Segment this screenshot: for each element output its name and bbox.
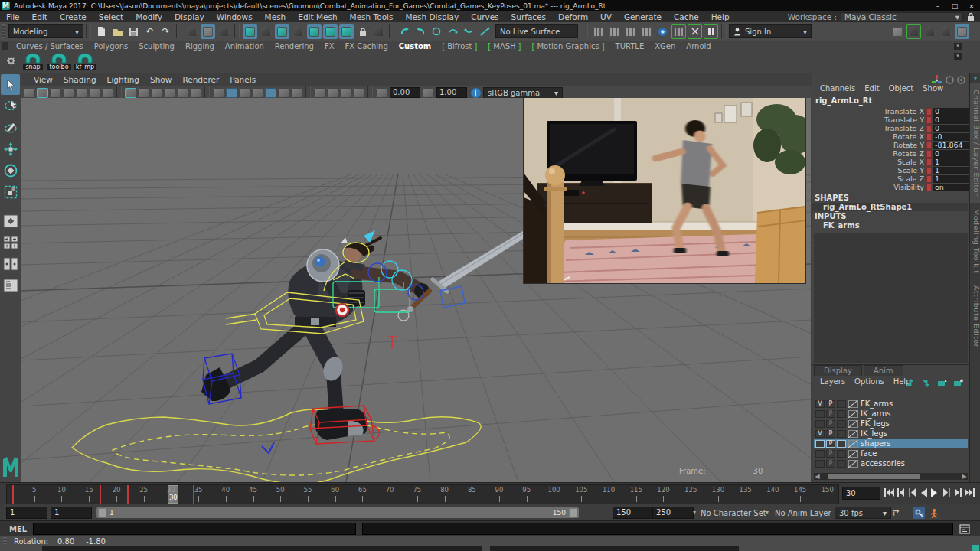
snap-projected-center-icon[interactable] xyxy=(291,24,305,39)
go-to-end-button[interactable] xyxy=(964,486,975,499)
camera-attributes-icon[interactable] xyxy=(50,88,61,98)
range-slider[interactable]: 1 150 xyxy=(96,507,579,518)
time-slider-track[interactable]: 30 5 10 15 20 25 30 35 40 xyxy=(6,484,839,504)
select-hierarchy-icon[interactable] xyxy=(185,24,199,39)
channel-attribute-row[interactable]: Scale Y 1 xyxy=(812,166,969,174)
viewport[interactable]: Frame: 30 xyxy=(21,98,811,482)
current-frame-field[interactable]: 30 xyxy=(842,487,880,500)
textured-icon[interactable] xyxy=(151,88,162,98)
channel-attribute-value[interactable]: 0 xyxy=(933,125,969,132)
menu-item[interactable]: Curves xyxy=(465,12,505,21)
shelf-tab[interactable]: TURTLE xyxy=(610,42,650,51)
layer-color-swatch[interactable] xyxy=(848,460,858,468)
animation-end-field[interactable]: 250 xyxy=(652,507,694,519)
shaded-icon[interactable] xyxy=(138,88,149,98)
multisample-icon[interactable] xyxy=(291,88,302,98)
channel-attribute-row[interactable]: Rotate Z 0 xyxy=(812,149,969,158)
channel-attribute-value[interactable]: -81.864 xyxy=(933,142,969,149)
move-layer-down-icon[interactable] xyxy=(921,379,931,387)
panel-menu-item[interactable]: Renderer xyxy=(177,75,224,84)
workspace-dropdown[interactable]: Maya Classic▾ xyxy=(841,12,963,22)
channel-attribute-value[interactable]: 0 xyxy=(933,150,969,158)
menu-item[interactable]: Cache xyxy=(668,12,705,21)
history-icon[interactable] xyxy=(430,24,444,39)
ipr-render-icon[interactable] xyxy=(623,24,638,39)
channel-attribute-value[interactable]: 1 xyxy=(933,158,969,166)
viewport-2-icon[interactable] xyxy=(190,88,201,98)
shelf-tab[interactable]: Curves / Surfaces xyxy=(11,42,89,51)
shelf-tab[interactable]: Polygons xyxy=(89,42,134,51)
shelf-tab[interactable]: FX Caching xyxy=(340,42,394,51)
select-tool[interactable] xyxy=(1,74,20,95)
move-layer-up-icon[interactable] xyxy=(905,379,915,387)
layer-display-type-toggle[interactable] xyxy=(837,460,846,468)
default-material-icon[interactable] xyxy=(213,88,224,98)
channel-box-menu-item[interactable]: Edit xyxy=(860,84,884,93)
playback-start-field[interactable]: 1 xyxy=(51,507,92,519)
snap-magnet-icon[interactable] xyxy=(339,24,354,39)
toggle-channel-box-icon[interactable] xyxy=(955,24,969,39)
channel-attribute-row[interactable]: Rotate Y -81.864 xyxy=(812,141,969,149)
select-camera-icon[interactable] xyxy=(24,88,35,98)
shelf-tab[interactable]: MASH xyxy=(482,42,526,51)
help-line-grip[interactable] xyxy=(3,537,7,544)
layer-row[interactable]: P shapers xyxy=(814,439,968,448)
save-scene-icon[interactable] xyxy=(126,24,141,39)
pause-viewport-icon[interactable] xyxy=(704,24,718,39)
scroll-right-arrow[interactable]: ▶ xyxy=(961,473,968,480)
shelf-tab[interactable]: Rigging xyxy=(180,42,220,51)
exposure-icon[interactable] xyxy=(376,88,387,98)
step-back-key-button[interactable] xyxy=(906,486,917,499)
snap-grid-icon[interactable] xyxy=(243,24,257,39)
isolate-select-icon[interactable] xyxy=(314,88,325,98)
chevron-down-icon[interactable]: ▾ xyxy=(764,509,770,516)
shelf-menu-button[interactable]: ▾ xyxy=(954,43,962,50)
animation-preferences-icon[interactable] xyxy=(928,507,940,519)
auto-keyframe-icon[interactable] xyxy=(913,507,925,519)
sidebar-vertical-tab[interactable]: Channel Box / Layer Editor xyxy=(970,83,980,203)
menu-item[interactable]: Mesh xyxy=(259,12,292,21)
layer-playback-toggle[interactable]: P xyxy=(826,450,835,458)
panel-menu-item[interactable]: Lighting xyxy=(102,75,145,84)
toggle-character-controls-icon[interactable] xyxy=(906,24,921,39)
exposure-field[interactable]: 0.00 xyxy=(390,87,420,98)
select-object-icon[interactable] xyxy=(201,24,215,39)
layer-playback-toggle[interactable]: P xyxy=(826,460,835,468)
ambient-occlusion-icon[interactable] xyxy=(265,88,276,98)
go-to-start-button[interactable] xyxy=(884,486,894,499)
textured-display-icon[interactable] xyxy=(226,88,237,98)
range-start-handle[interactable] xyxy=(98,508,106,517)
snap-curve-icon[interactable] xyxy=(259,24,273,39)
step-back-frame-button[interactable] xyxy=(895,486,906,499)
layer-playback-toggle[interactable]: P xyxy=(826,400,835,408)
shelf-tab[interactable]: Animation xyxy=(220,42,270,51)
playback-loop-icon[interactable]: ⇄ xyxy=(892,507,899,517)
grease-pencil-icon[interactable] xyxy=(102,88,113,98)
menu-item[interactable]: Deform xyxy=(552,12,594,21)
command-input-field[interactable] xyxy=(33,523,356,535)
layer-visibility-toggle[interactable] xyxy=(815,410,825,418)
content-browser-icon[interactable] xyxy=(688,24,702,39)
shelf-tab[interactable]: Motion Graphics xyxy=(527,42,610,51)
chevron-down-icon[interactable]: ▾ xyxy=(691,509,697,516)
gamma-icon[interactable] xyxy=(423,88,434,98)
shelf-tab[interactable]: XGen xyxy=(649,42,681,51)
menu-item[interactable]: Surfaces xyxy=(505,12,552,21)
new-scene-icon[interactable] xyxy=(94,24,109,39)
empty-layer-icon[interactable] xyxy=(937,379,947,387)
motion-blur-icon[interactable] xyxy=(278,88,289,98)
toolbar-grip[interactable] xyxy=(2,24,5,38)
layer-playback-toggle[interactable]: P xyxy=(826,420,835,428)
layer-visibility-toggle[interactable] xyxy=(815,440,825,448)
layer-row[interactable]: V P IK_legs xyxy=(814,429,968,439)
toggle-tool-settings-icon[interactable] xyxy=(939,24,953,39)
panel-menu-item[interactable]: Panels xyxy=(224,75,261,84)
highlight-selection-icon[interactable] xyxy=(371,24,386,39)
channel-box-object-name[interactable]: rig_ArmLo_Rt xyxy=(815,96,872,105)
shelf-button[interactable]: kf_mp xyxy=(74,52,96,70)
play-backwards-button[interactable] xyxy=(918,486,929,499)
shelf-tab[interactable]: Arnold xyxy=(681,42,716,51)
layer-visibility-toggle[interactable] xyxy=(815,450,825,458)
new-layer-from-selected-icon[interactable] xyxy=(953,379,963,387)
layer-editor-tab[interactable]: Anim xyxy=(864,365,903,376)
